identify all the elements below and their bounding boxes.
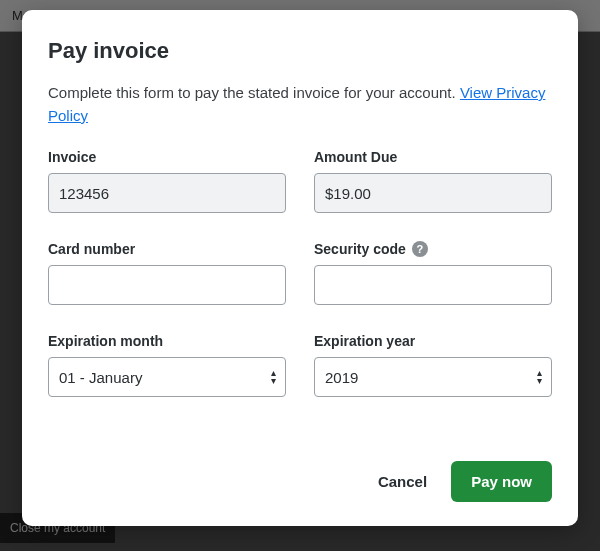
- modal-subtext-text: Complete this form to pay the stated inv…: [48, 84, 460, 101]
- card-number-label: Card number: [48, 241, 286, 257]
- exp-month-label: Expiration month: [48, 333, 286, 349]
- invoice-label: Invoice: [48, 149, 286, 165]
- pay-now-button[interactable]: Pay now: [451, 461, 552, 502]
- card-number-input[interactable]: [48, 265, 286, 305]
- form-grid: Invoice Amount Due Card number Security …: [48, 149, 552, 397]
- exp-month-select[interactable]: 01 - January: [48, 357, 286, 397]
- amount-due-field: Amount Due: [314, 149, 552, 213]
- modal-subtext: Complete this form to pay the stated inv…: [48, 82, 552, 127]
- invoice-input[interactable]: [48, 173, 286, 213]
- modal-title: Pay invoice: [48, 38, 552, 64]
- security-code-label: Security code: [314, 241, 406, 257]
- amount-due-input[interactable]: [314, 173, 552, 213]
- security-code-field: Security code ?: [314, 241, 552, 305]
- exp-year-label: Expiration year: [314, 333, 552, 349]
- exp-month-field: Expiration month 01 - January ▴▾: [48, 333, 286, 397]
- invoice-field: Invoice: [48, 149, 286, 213]
- pay-invoice-modal: Pay invoice Complete this form to pay th…: [22, 10, 578, 526]
- modal-actions: Cancel Pay now: [48, 461, 552, 502]
- card-number-field: Card number: [48, 241, 286, 305]
- help-icon[interactable]: ?: [412, 241, 428, 257]
- exp-year-select[interactable]: 2019: [314, 357, 552, 397]
- amount-due-label: Amount Due: [314, 149, 552, 165]
- exp-year-field: Expiration year 2019 ▴▾: [314, 333, 552, 397]
- security-code-input[interactable]: [314, 265, 552, 305]
- cancel-button[interactable]: Cancel: [372, 463, 433, 500]
